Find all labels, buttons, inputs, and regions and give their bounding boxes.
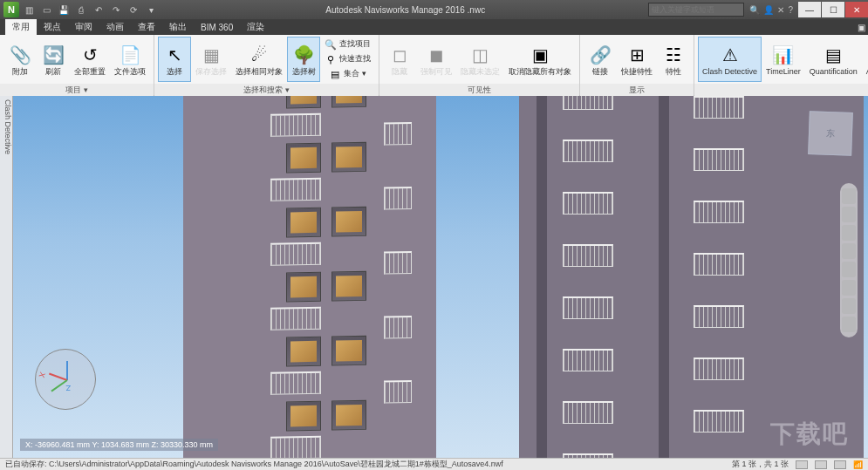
status-autosave-path: 已自动保存: C:\Users\Administrator\AppData\Ro…: [5, 459, 503, 470]
watermark: 下载吧: [770, 418, 849, 451]
window-title: Autodesk Navisworks Manage 2016 .nwc: [162, 5, 648, 15]
links-icon: 🔗: [588, 43, 612, 67]
ribbon-minimize-icon[interactable]: ▣: [854, 23, 868, 32]
ribbon-group-project: 📎附加 🔄刷新 ↺全部重置 📄文件选项 项目 ▾: [0, 35, 154, 95]
status-web-icon: [834, 460, 846, 469]
find-icon: 🔍: [325, 38, 337, 51]
select-same-icon: ☄: [247, 43, 271, 67]
status-perf-icon[interactable]: 📶: [853, 460, 863, 469]
quick-find-button[interactable]: ⚲快速查找: [320, 52, 375, 66]
qat-dropdown-icon[interactable]: ▾: [143, 2, 159, 17]
links-button[interactable]: 🔗链接: [584, 37, 617, 82]
append-button[interactable]: 📎附加: [3, 37, 37, 82]
quantification-button[interactable]: ▤Quantification: [805, 37, 862, 82]
save-sel-icon: ▦: [199, 43, 223, 67]
hide-unsel-button: ◫隐藏未选定: [456, 37, 504, 82]
tree-icon: 🌳: [291, 43, 316, 67]
tab-render[interactable]: 渲染: [240, 19, 271, 35]
help-search-input[interactable]: [648, 3, 744, 17]
nav-pan-icon[interactable]: [842, 207, 856, 222]
selection-tree-button[interactable]: 🌳选择树: [287, 37, 320, 82]
unhide-all-button[interactable]: ▣取消隐藏所有对象: [504, 37, 576, 82]
nav-camera-icon[interactable]: [842, 317, 856, 332]
exchange-icon[interactable]: ✕: [777, 5, 784, 15]
tab-viewpoint[interactable]: 视点: [37, 19, 68, 35]
ribbon: 📎附加 🔄刷新 ↺全部重置 📄文件选项 项目 ▾ ↖选择 ▦保存选择 ☄选择相同…: [0, 35, 868, 96]
status-memory-icon: [796, 460, 808, 469]
status-bar: 已自动保存: C:\Users\Administrator\AppData\Ro…: [0, 458, 868, 470]
refresh-button[interactable]: 🔄刷新: [37, 37, 70, 82]
qat-refresh-icon[interactable]: ⟳: [126, 2, 141, 17]
nav-fly-icon[interactable]: [842, 298, 856, 314]
find-items-button[interactable]: 🔍查找项目: [320, 37, 375, 51]
app-logo-icon[interactable]: N: [3, 2, 19, 17]
hide-unsel-icon: ◫: [468, 43, 493, 67]
qat-open-icon[interactable]: ▭: [38, 2, 54, 17]
clash-icon: ⚠: [718, 43, 742, 67]
cursor-icon: ↖: [162, 43, 187, 67]
nav-zoom-icon[interactable]: [842, 225, 856, 241]
help-icon[interactable]: ?: [788, 5, 793, 15]
require-button: ◼强制可见: [416, 37, 456, 82]
properties-button[interactable]: ☷特性: [657, 37, 690, 82]
status-sheet-count: 第 1 张，共 1 张: [732, 459, 789, 470]
quickfind-icon: ⚲: [325, 53, 337, 65]
sets-button[interactable]: ▤集合 ▾: [320, 67, 375, 81]
sets-icon: ▤: [329, 68, 341, 80]
quickprops-icon: ⊞: [625, 43, 649, 67]
docked-panel-tab[interactable]: Clash Detective: [0, 96, 13, 458]
save-selection-button: ▦保存选择: [191, 37, 231, 82]
qat-undo-icon[interactable]: ↶: [91, 2, 106, 17]
ribbon-group-tools: ⚠Clash Detective 📊TimeLiner ▤Quantificat…: [694, 35, 868, 95]
quick-props-button[interactable]: ⊞快捷特性: [617, 37, 657, 82]
timeliner-button[interactable]: 📊TimeLiner: [762, 37, 805, 82]
quick-access-toolbar: N ▥ ▭ 💾 ⎙ ↶ ↷ ⟳ ▾: [0, 2, 162, 17]
axis-triad: [35, 349, 96, 410]
qat-redo-icon[interactable]: ↷: [108, 2, 124, 17]
clash-detective-button[interactable]: ⚠Clash Detective: [698, 37, 762, 82]
ribbon-group-select: ↖选择 ▦保存选择 ☄选择相同对象 🌳选择树 🔍查找项目 ⚲快速查找 ▤集合 ▾…: [154, 35, 379, 95]
file-options-icon: 📄: [118, 43, 142, 67]
title-bar: N ▥ ▭ 💾 ⎙ ↶ ↷ ⟳ ▾ Autodesk Navisworks Ma…: [0, 0, 868, 19]
navigation-bar: [840, 183, 858, 337]
search-icon[interactable]: 🔍: [749, 5, 760, 15]
window-controls: — ☐ ✕: [798, 2, 868, 17]
nav-walk-icon[interactable]: [842, 280, 856, 296]
maximize-button[interactable]: ☐: [822, 2, 844, 17]
select-same-button[interactable]: ☄选择相同对象: [231, 37, 287, 82]
viewcube[interactable]: 东: [808, 111, 853, 156]
qat-print-icon[interactable]: ⎙: [73, 2, 89, 17]
tab-review[interactable]: 审阅: [68, 19, 99, 35]
autodesk-rendering-button[interactable]: ◉Autodesk Rendering: [862, 37, 868, 82]
coordinates-readout: X: -36960.481 mm Y: 1034.683 mm Z: 30330…: [20, 439, 218, 451]
tab-look[interactable]: 查看: [131, 19, 162, 35]
file-options-button[interactable]: 📄文件选项: [110, 37, 150, 82]
tab-bim360[interactable]: BIM 360: [194, 21, 240, 34]
nav-wheel-icon[interactable]: [842, 188, 856, 204]
require-icon: ◼: [424, 43, 448, 67]
tab-animation[interactable]: 动画: [99, 19, 131, 35]
tab-output[interactable]: 输出: [162, 19, 194, 35]
props-icon: ☷: [661, 43, 686, 67]
tab-home[interactable]: 常用: [5, 19, 37, 35]
qat-new-icon[interactable]: ▥: [21, 2, 37, 17]
hide-icon: ◻: [387, 43, 412, 67]
nav-look-icon[interactable]: [842, 262, 856, 277]
axis-z-icon: [66, 361, 68, 380]
ribbon-tabs: 常用 视点 审阅 动画 查看 输出 BIM 360 渲染 ▣: [0, 19, 868, 35]
signin-icon[interactable]: 👤: [763, 5, 774, 15]
nav-orbit-icon[interactable]: [842, 243, 856, 259]
refresh-icon: 🔄: [41, 43, 65, 67]
title-system-icons: 🔍 👤 ✕ ?: [749, 5, 793, 15]
building-model-left: [183, 96, 436, 458]
qat-save-icon[interactable]: 💾: [56, 2, 72, 17]
minimize-button[interactable]: —: [798, 2, 821, 17]
timeliner-icon: 📊: [771, 43, 796, 67]
close-button[interactable]: ✕: [845, 2, 868, 17]
select-button[interactable]: ↖选择: [158, 37, 191, 82]
quant-icon: ▤: [821, 43, 845, 67]
3d-viewport[interactable]: 东 X: -36960.481 mm Y: 1034.683 mm Z: 303…: [13, 96, 868, 458]
reset-all-button[interactable]: ↺全部重置: [70, 37, 110, 82]
ribbon-group-display: 🔗链接 ⊞快捷特性 ☷特性 显示: [580, 35, 694, 95]
hide-button: ◻隐藏: [383, 37, 416, 82]
